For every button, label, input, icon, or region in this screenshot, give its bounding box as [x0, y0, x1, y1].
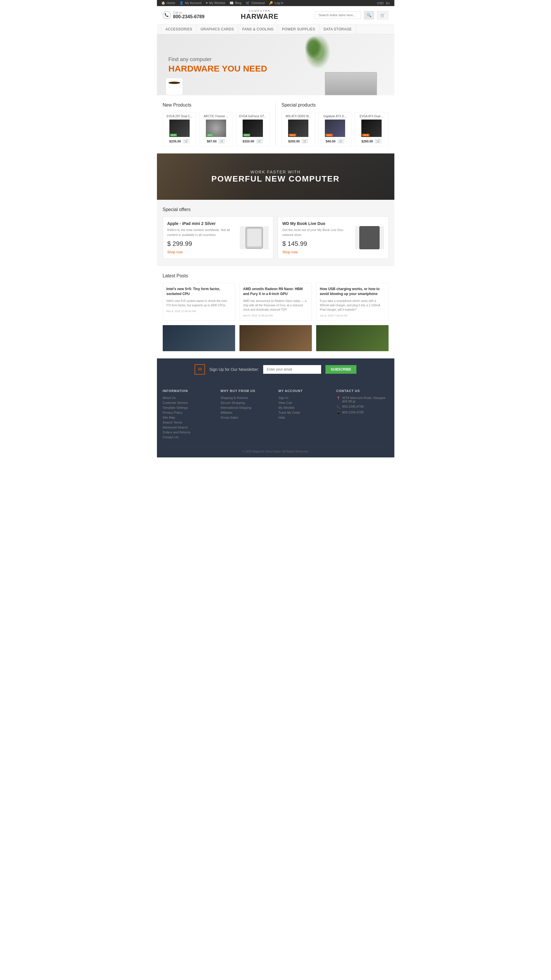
copyright-text: © 2015 Magentic Demo Store. All Rights R…: [243, 450, 308, 453]
footer-search-terms[interactable]: Search Terms: [163, 421, 215, 424]
shop-now-link[interactable]: Shop now: [167, 250, 183, 254]
main-nav: Accessories Graphics Cards Fans & Coolin…: [157, 24, 394, 35]
special-offers-section: Special offers Apple - iPad mini 2 Silve…: [157, 200, 394, 266]
post-desc: AMD has announced its Radeon Nano today …: [243, 299, 308, 312]
product-price: $320.00: [243, 140, 254, 143]
product-name: Gigabyte ATX D...: [321, 115, 349, 118]
nav-checkout[interactable]: Checkout: [251, 1, 264, 5]
product-badge: SALE: [325, 134, 333, 136]
nav-home[interactable]: Home: [167, 1, 175, 5]
post-card-0[interactable]: Intel's new 5×5: Tiny form factor, socke…: [163, 283, 235, 321]
subscribe-button[interactable]: SUBSCRIBE: [325, 365, 357, 374]
price-row: $40.00 🛒: [321, 139, 349, 143]
promo-banner: WORK FASTER WITH POWERFUL NEW COMPUTER: [157, 153, 394, 200]
language-selector[interactable]: En: [386, 2, 390, 5]
footer-why-title: WHY BUY FROM US: [221, 389, 273, 393]
footer-privacy[interactable]: Privacy Policy: [163, 411, 215, 414]
footer-help[interactable]: Help: [279, 416, 331, 419]
footer-secure-shopping[interactable]: Secure Shopping: [221, 401, 273, 404]
nav-blog[interactable]: Blog: [235, 1, 242, 5]
footer-advanced-search[interactable]: Advanced Search: [163, 426, 215, 429]
offer-card-wd[interactable]: WD My Book Live Duo Get the most out of …: [278, 216, 389, 259]
offer-card-ipad[interactable]: Apple - iPad mini 2 Silver Refers to the…: [163, 216, 274, 259]
footer-orders-returns[interactable]: Orders and Returns: [163, 431, 215, 434]
product-image: SALE: [325, 119, 345, 137]
add-to-cart-button[interactable]: 🛒: [183, 139, 190, 143]
footer-group-sales[interactable]: Group Sales: [221, 416, 273, 419]
location-icon: 📍: [336, 396, 341, 400]
footer-international-shipping[interactable]: International Shipping: [221, 406, 273, 409]
footer-customer-service[interactable]: Customer Service: [163, 401, 215, 404]
product-name: ARCTIC Freezer ...: [202, 115, 231, 118]
post-image-2: [316, 325, 389, 351]
search-input[interactable]: [315, 11, 361, 19]
footer-shipping-returns[interactable]: Shipping & Returns: [221, 396, 273, 399]
search-button[interactable]: 🔍: [364, 11, 374, 19]
footer-about[interactable]: About Us: [163, 396, 215, 399]
footer-my-account: MY ACCOUNT Sign In View Cart My Wishlist…: [279, 389, 331, 440]
site-header: 📞 Call us: 800-2345-6789 COMPUTER HARWAR…: [157, 6, 394, 24]
post-date: Nov 8, 2015 12:58:34 PM: [167, 310, 231, 313]
phone-info: Call us: 800-2345-6789: [173, 11, 205, 19]
post-title: How USB charging works, or how to avoid …: [320, 286, 385, 296]
product-card[interactable]: EVGA GeForce GT... NEW $320.00 🛒: [236, 112, 270, 146]
header-phone: 📞 Call us: 800-2345-6789: [163, 11, 205, 19]
cart-button[interactable]: 🛒: [377, 11, 388, 19]
shop-now-link[interactable]: Shop now: [282, 250, 298, 254]
latest-posts-title: Latest Posts: [163, 273, 389, 278]
phone2-text: 800-2345-6790: [342, 410, 364, 414]
price-row: $280.00 🛒: [357, 139, 386, 143]
currency-selector[interactable]: USD: [377, 2, 384, 5]
banner-subtitle: WORK FASTER WITH: [211, 170, 340, 174]
latest-posts-section: Latest Posts Intel's new 5×5: Tiny form …: [157, 266, 394, 358]
site-logo[interactable]: COMPUTER HARWARE: [240, 10, 279, 21]
post-title: AMD unveils Radeon R9 Nano: HBM and Fury…: [243, 286, 308, 296]
post-title: Intel's new 5×5: Tiny form factor, socke…: [167, 286, 231, 296]
footer-my-wishlist[interactable]: My Wishlist: [279, 406, 331, 409]
footer-view-cart[interactable]: View Cart: [279, 401, 331, 404]
banner-title: POWERFUL NEW COMPUTER: [211, 174, 340, 183]
nav-accessories[interactable]: Accessories: [161, 24, 197, 34]
footer-grid: INFORMATION About Us Customer Service Te…: [163, 389, 389, 440]
post-date: Nov 8, 2015 12:58:24 PM: [243, 314, 308, 317]
product-badge: SALE: [362, 134, 369, 136]
post-card-1[interactable]: AMD unveils Radeon R9 Nano: HBM and Fury…: [239, 283, 312, 321]
footer-template-settings[interactable]: Template Settings: [163, 406, 215, 409]
offer-price: $ 299.99: [167, 240, 240, 248]
call-label: Call us:: [173, 11, 205, 14]
nav-storage[interactable]: Data Storage: [319, 24, 356, 34]
product-card[interactable]: Gigabyte ATX D... SALE $40.00 🛒: [318, 112, 352, 146]
footer-contact[interactable]: Contact Us: [163, 436, 215, 439]
post-card-2[interactable]: How USB charging works, or how to avoid …: [316, 283, 389, 321]
footer-sitemap[interactable]: Site Map: [163, 416, 215, 419]
nav-power[interactable]: Power Supplies: [278, 24, 319, 34]
home-icon: 🏠: [161, 1, 165, 5]
nav-account[interactable]: My Account: [185, 1, 202, 5]
nav-fans[interactable]: Fans & Cooling: [238, 24, 278, 34]
product-card[interactable]: EVGA Z87 Dual C... NEW $235.00 🛒: [163, 112, 197, 146]
footer-track-order[interactable]: Track My Order: [279, 411, 331, 414]
add-to-cart-button[interactable]: 🛒: [375, 139, 382, 143]
product-badge: NEW: [170, 134, 177, 136]
product-card[interactable]: EVGA ATX Dual ... SALE $280.00 🛒: [355, 112, 389, 146]
product-badge: NEW: [207, 134, 213, 136]
contact-phone2: 📱 800-2345-6790: [336, 410, 389, 415]
footer-sign-in[interactable]: Sign In: [279, 396, 331, 399]
product-card[interactable]: ARCTIC Freezer ... NEW $87.00 🛒: [199, 112, 233, 146]
newsletter-email-input[interactable]: [263, 365, 321, 374]
product-card[interactable]: MSI ATX DDR3 M... SALE $200.00 🛒: [282, 112, 315, 146]
nav-graphics[interactable]: Graphics Cards: [197, 24, 238, 34]
product-image: SALE: [288, 119, 308, 137]
nav-login[interactable]: Log In: [274, 1, 283, 5]
add-to-cart-button[interactable]: 🛒: [218, 139, 225, 143]
add-to-cart-button[interactable]: 🛒: [337, 139, 344, 143]
login-icon: 🔑: [269, 1, 273, 5]
offer-price: $ 145.99: [282, 240, 355, 248]
product-price: $200.00: [288, 140, 300, 143]
add-to-cart-button[interactable]: 🛒: [301, 139, 308, 143]
price-row: $87.00 🛒: [202, 139, 231, 143]
nav-wishlist[interactable]: My Wishlist: [209, 1, 225, 5]
footer-affiliates[interactable]: Affiliates: [221, 411, 273, 414]
hero-title: HARDWARE YOU NEED: [169, 64, 267, 73]
add-to-cart-button[interactable]: 🛒: [256, 139, 263, 143]
